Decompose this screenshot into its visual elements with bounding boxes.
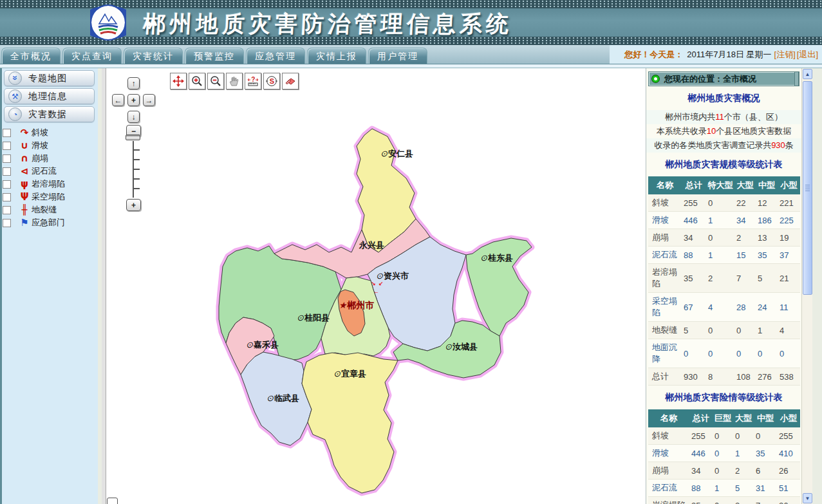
data-chart-icon: ◔ bbox=[8, 107, 22, 121]
overview-map-toggle-button[interactable] bbox=[107, 498, 118, 504]
tab-3[interactable]: 灾害统计 bbox=[124, 48, 183, 64]
layer-checkbox[interactable] bbox=[3, 129, 11, 137]
sidebar-section-2[interactable]: ⚒地理信息 bbox=[4, 88, 95, 104]
layer-label: 滑坡 bbox=[32, 140, 48, 151]
county-marker-icon bbox=[297, 313, 304, 322]
location-bar: 您现在的位置：全市概况 bbox=[648, 71, 799, 86]
map-label-yizhang[interactable]: 宜章县 bbox=[333, 368, 366, 380]
pan-down-button[interactable]: ↓ bbox=[127, 111, 140, 123]
danger-table-title: 郴州地质灾害险情等级统计表 bbox=[646, 392, 801, 404]
value-cell: 108 bbox=[734, 368, 756, 386]
row-name-cell: 泥石流 bbox=[648, 247, 682, 264]
layer-label: 地裂缝 bbox=[32, 204, 57, 216]
column-header: 名称 bbox=[648, 176, 682, 194]
zoom-slider-thumb[interactable] bbox=[126, 135, 140, 140]
sidebar-section-1[interactable]: »专题地图 bbox=[4, 70, 95, 86]
eraser-tool[interactable] bbox=[282, 73, 299, 89]
map-label-chenzhou[interactable]: 郴州市 bbox=[339, 300, 375, 312]
value-cell: 31 bbox=[754, 480, 777, 497]
navbar: 全市概况灾点查询灾害统计预警监控应急管理灾情上报用户管理 您好！今天是： 201… bbox=[0, 45, 822, 64]
zoom-slider-track[interactable] bbox=[133, 141, 140, 198]
scale-tool[interactable]: S bbox=[263, 73, 280, 89]
pan-right-button[interactable]: → bbox=[143, 94, 155, 106]
tab-4[interactable]: 预警监控 bbox=[185, 48, 244, 64]
chenzhou-map[interactable]: ↘↙← bbox=[106, 68, 649, 504]
exit-link[interactable]: [退出] bbox=[797, 49, 818, 61]
map-label-rucheng[interactable]: 汝城县 bbox=[445, 341, 478, 353]
table-row: 滑坡4460135410 bbox=[648, 445, 800, 462]
map-label-yongxing[interactable]: 永兴县 bbox=[359, 239, 384, 251]
tab-1[interactable]: 全市概况 bbox=[1, 48, 61, 64]
layer-row: Ψ采空塌陷 bbox=[2, 191, 98, 203]
app-window: 郴州地质灾害防治管理信息系统 全市概况灾点查询灾害统计预警监控应急管理灾情上报用… bbox=[0, 0, 822, 504]
value-cell: 255 bbox=[689, 427, 713, 445]
map-label-zixing[interactable]: 资兴市 bbox=[376, 270, 409, 282]
layer-checkbox[interactable] bbox=[3, 206, 11, 214]
value-cell: 5 bbox=[756, 264, 778, 293]
zoom-out-tool[interactable] bbox=[207, 73, 224, 89]
row-name-cell: 岩溶塌陷 bbox=[648, 264, 682, 293]
layer-checkbox[interactable] bbox=[3, 193, 11, 201]
hand-tool[interactable] bbox=[226, 73, 243, 89]
column-header: 特大型 bbox=[706, 176, 734, 194]
scroll-thumb[interactable] bbox=[803, 81, 812, 295]
column-header: 大型 bbox=[733, 409, 754, 427]
row-name-cell: 总计 bbox=[648, 368, 682, 386]
layer-checkbox[interactable] bbox=[3, 219, 11, 227]
county-marker-icon bbox=[333, 369, 341, 378]
overview-line-num: 10 bbox=[707, 126, 716, 136]
logout-link[interactable]: [注销] bbox=[774, 49, 796, 61]
map-label-linwu[interactable]: 临武县 bbox=[266, 393, 299, 404]
tab-2[interactable]: 灾点查询 bbox=[62, 48, 122, 64]
table-row: 泥石流88153151 bbox=[648, 480, 800, 497]
layer-label: 采空塌陷 bbox=[32, 191, 65, 203]
pan-center-button[interactable]: + bbox=[127, 94, 140, 106]
measure-tool[interactable]: ? bbox=[245, 73, 261, 89]
zoom-in-step-button[interactable]: + bbox=[126, 199, 141, 211]
map-label-guiyang[interactable]: 桂阳县 bbox=[297, 312, 330, 324]
county-marker-icon bbox=[266, 393, 274, 403]
svg-text:←: ← bbox=[373, 288, 379, 295]
tab-5[interactable]: 应急管理 bbox=[246, 48, 305, 64]
row-name-cell: 斜坡 bbox=[648, 194, 682, 212]
pan-left-button[interactable]: ← bbox=[112, 94, 124, 106]
pan-tool[interactable] bbox=[170, 73, 187, 89]
scroll-down-button[interactable]: ▼ bbox=[803, 493, 812, 503]
value-cell: 7 bbox=[754, 497, 777, 504]
layer-label: 应急部门 bbox=[32, 217, 65, 229]
scroll-up-button[interactable]: ▲ bbox=[803, 69, 812, 79]
map-label-jiahe[interactable]: 嘉禾县 bbox=[246, 339, 279, 351]
slope-icon: ↷ bbox=[17, 127, 32, 138]
panel-scrollbar[interactable]: ▲ ▼ bbox=[801, 68, 812, 504]
sidebar-section-3[interactable]: ◔灾害数据 bbox=[4, 106, 95, 122]
value-cell: 1 bbox=[706, 212, 734, 229]
zoom-in-tool[interactable] bbox=[189, 73, 205, 89]
value-cell: 5 bbox=[682, 322, 706, 339]
row-name-cell: 岩溶塌陷 bbox=[648, 497, 689, 504]
layer-checkbox[interactable] bbox=[3, 154, 11, 163]
table-row: 崩塌3402626 bbox=[648, 462, 800, 480]
row-name-cell: 崩塌 bbox=[648, 229, 682, 247]
value-cell: 12 bbox=[756, 194, 778, 212]
row-name-cell: 地面沉降 bbox=[648, 339, 682, 368]
overview-line-num: 930 bbox=[771, 140, 785, 150]
scale-stats-table: 名称总计特大型大型中型小型斜坡25502212221滑坡446134186225… bbox=[648, 176, 800, 386]
layer-row: ⚑应急部门 bbox=[2, 216, 98, 229]
tab-7[interactable]: 用户管理 bbox=[368, 48, 427, 64]
map-area[interactable]: ↘↙← 安仁县 永兴县 资兴市 桂东县 郴州市 桂阳县 嘉禾县 汝城县 宜章县 … bbox=[102, 68, 646, 504]
value-cell: 26 bbox=[777, 462, 800, 480]
value-cell: 67 bbox=[682, 293, 706, 322]
layer-checkbox[interactable] bbox=[3, 180, 11, 189]
pan-up-button[interactable]: ↑ bbox=[127, 77, 140, 89]
column-header: 巨型 bbox=[713, 409, 733, 427]
layer-row: ╫地裂缝 bbox=[2, 203, 98, 216]
value-cell: 0 bbox=[756, 339, 778, 368]
layer-checkbox[interactable] bbox=[3, 142, 11, 150]
value-cell: 0 bbox=[706, 322, 734, 339]
map-label-guidong[interactable]: 桂东县 bbox=[480, 252, 513, 264]
tab-6[interactable]: 灾情上报 bbox=[307, 48, 366, 64]
layer-checkbox[interactable] bbox=[3, 167, 11, 176]
row-name-cell: 采空塌陷 bbox=[648, 293, 682, 322]
map-label-anren[interactable]: 安仁县 bbox=[380, 148, 413, 160]
value-cell: 28 bbox=[734, 293, 756, 322]
